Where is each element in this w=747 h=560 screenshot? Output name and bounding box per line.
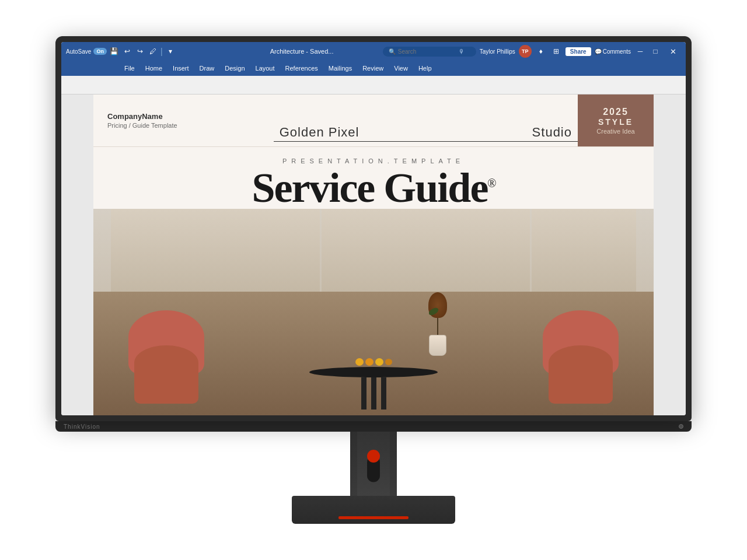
share-button[interactable]: Share bbox=[566, 47, 591, 56]
company-subtitle: Pricing / Guide Template bbox=[107, 122, 260, 129]
stand-base-red-stripe bbox=[338, 516, 409, 519]
diamond-icon[interactable]: ♦ bbox=[535, 46, 547, 57]
title-bar-left: AutoSave On 💾 ↩ ↪ 🖊 | ▾ bbox=[66, 46, 221, 57]
layout-icon[interactable]: ⊞ bbox=[550, 46, 562, 57]
panel-2 bbox=[322, 209, 530, 292]
monitor-stand-neck bbox=[350, 432, 397, 496]
doc-page: CompanyName Pricing / Guide Template Gol… bbox=[93, 94, 654, 415]
user-avatar: TP bbox=[519, 45, 532, 58]
thinkvision-label: ThinkVision bbox=[64, 424, 100, 430]
fruit-3 bbox=[375, 358, 383, 366]
table-leg-3 bbox=[381, 377, 386, 410]
dining-table bbox=[309, 303, 438, 410]
separator: | bbox=[160, 47, 163, 56]
studio-name-right: Studio bbox=[474, 125, 578, 142]
pres-main-title: Service Guide® bbox=[93, 167, 654, 209]
menu-home[interactable]: Home bbox=[141, 64, 167, 73]
menu-draw[interactable]: Draw bbox=[195, 64, 219, 73]
comments-button[interactable]: 💬 Comments bbox=[595, 48, 631, 55]
table-leg-1 bbox=[361, 377, 366, 410]
menu-help[interactable]: Help bbox=[414, 64, 437, 73]
user-name: Taylor Phillips bbox=[480, 48, 515, 55]
title-bar-right: Taylor Phillips TP ♦ ⊞ Share 💬 Comments … bbox=[480, 43, 681, 60]
menu-layout[interactable]: Layout bbox=[251, 64, 280, 73]
filename-label: Architecture - Saved... bbox=[224, 48, 379, 55]
studio-name-left: Golden Pixel bbox=[274, 125, 474, 142]
menu-bar: File Home Insert Draw Design Layout Refe… bbox=[61, 61, 686, 76]
table-top bbox=[309, 367, 438, 377]
comments-label: Comments bbox=[603, 48, 631, 55]
chair-seat-left bbox=[134, 345, 198, 404]
search-box[interactable]: 🔍 🎙 bbox=[383, 47, 476, 57]
close-button[interactable]: ✕ bbox=[665, 43, 681, 60]
mic-icon: 🎙 bbox=[459, 48, 465, 55]
comment-icon: 💬 bbox=[595, 48, 602, 55]
menu-mailings[interactable]: Mailings bbox=[324, 64, 357, 73]
fruit-4 bbox=[385, 359, 392, 365]
badge-style: STYLE bbox=[598, 117, 633, 127]
menu-references[interactable]: References bbox=[281, 64, 323, 73]
maximize-button[interactable]: □ bbox=[650, 46, 661, 57]
vase-decoration bbox=[429, 303, 446, 356]
monitor-stand-base bbox=[292, 496, 455, 524]
minimize-button[interactable]: ─ bbox=[634, 46, 646, 57]
title-bar: AutoSave On 💾 ↩ ↪ 🖊 | ▾ Architecture - S… bbox=[61, 42, 686, 61]
badge-year: 2025 bbox=[603, 107, 629, 117]
badge-creative: Creative Idea bbox=[596, 128, 634, 135]
doc-content: CompanyName Pricing / Guide Template Gol… bbox=[61, 94, 686, 415]
table-legs bbox=[361, 377, 386, 410]
menu-file[interactable]: File bbox=[120, 64, 139, 73]
ribbon bbox=[61, 76, 686, 94]
search-icon: 🔍 bbox=[389, 48, 396, 55]
menu-review[interactable]: Review bbox=[358, 64, 388, 73]
redo-icon[interactable]: ↪ bbox=[135, 46, 145, 57]
menu-design[interactable]: Design bbox=[220, 64, 249, 73]
customize-icon[interactable]: 🖊 bbox=[148, 46, 158, 57]
doc-header: CompanyName Pricing / Guide Template Gol… bbox=[93, 94, 654, 147]
doc-header-center: Golden Pixel Studio bbox=[274, 94, 578, 146]
avatar-initials: TP bbox=[522, 48, 529, 54]
stand-neck-red-dot bbox=[367, 450, 380, 463]
undo-icon[interactable]: ↩ bbox=[122, 46, 132, 57]
dining-panels bbox=[93, 209, 654, 292]
autosave-toggle[interactable]: On bbox=[93, 48, 107, 55]
monitor-bezel-bottom: ThinkVision bbox=[55, 421, 692, 432]
power-button[interactable] bbox=[679, 424, 683, 429]
fruit-1 bbox=[355, 358, 364, 366]
vase-body bbox=[429, 335, 446, 356]
monitor-wrapper: AutoSave On 💾 ↩ ↪ 🖊 | ▾ Architecture - S… bbox=[55, 36, 692, 524]
word-application: AutoSave On 💾 ↩ ↪ 🖊 | ▾ Architecture - S… bbox=[61, 42, 686, 415]
dining-image-area bbox=[93, 209, 654, 415]
doc-header-left: CompanyName Pricing / Guide Template bbox=[93, 94, 274, 146]
fruit-2 bbox=[365, 358, 374, 366]
menu-view[interactable]: View bbox=[389, 64, 413, 73]
service-guide-text: Service Guide bbox=[252, 164, 487, 211]
panel-1 bbox=[111, 209, 320, 292]
presentation-section: PRESENTATION.TEMPLATE Service Guide® bbox=[93, 147, 654, 415]
chair-left bbox=[128, 310, 204, 404]
registered-mark: ® bbox=[487, 177, 495, 190]
panel-3 bbox=[532, 209, 636, 292]
table-fruits bbox=[355, 358, 392, 366]
company-name: CompanyName bbox=[107, 112, 260, 121]
table-leg-2 bbox=[371, 377, 376, 410]
save-icon[interactable]: 💾 bbox=[109, 46, 120, 57]
chair-seat-right bbox=[549, 345, 613, 404]
dropdown-icon[interactable]: ▾ bbox=[165, 46, 176, 57]
autosave-label: AutoSave bbox=[66, 48, 91, 55]
monitor-screen: AutoSave On 💾 ↩ ↪ 🖊 | ▾ Architecture - S… bbox=[61, 42, 686, 415]
stand-neck-inner bbox=[357, 432, 390, 496]
search-input[interactable] bbox=[398, 48, 456, 55]
pres-template-label: PRESENTATION.TEMPLATE bbox=[93, 147, 654, 167]
chair-right bbox=[543, 310, 619, 404]
plant-stem bbox=[437, 303, 438, 335]
monitor-body: AutoSave On 💾 ↩ ↪ 🖊 | ▾ Architecture - S… bbox=[55, 36, 692, 421]
doc-header-badge: 2025 STYLE Creative Idea bbox=[578, 94, 654, 146]
menu-insert[interactable]: Insert bbox=[168, 64, 194, 73]
